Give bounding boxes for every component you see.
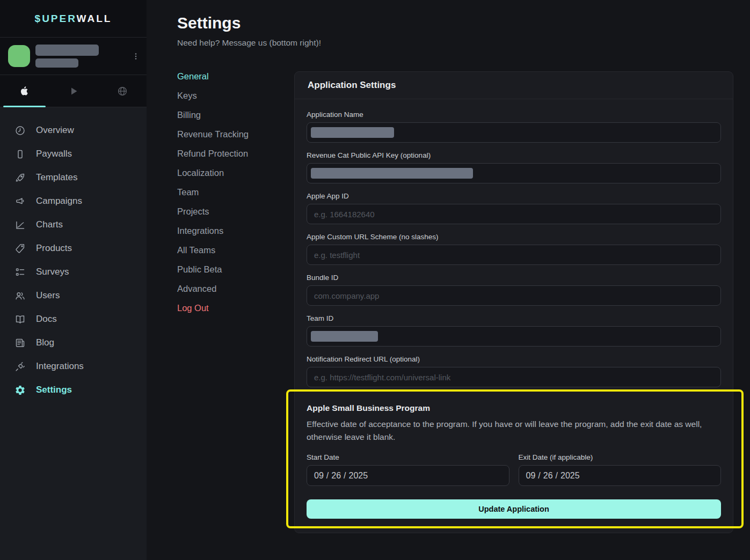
sidebar-item-surveys[interactable]: Surveys [0, 260, 147, 284]
users-icon [14, 290, 26, 301]
redacted-value [311, 127, 394, 138]
settings-subnav: General Keys Billing Revenue Tracking Re… [177, 71, 294, 322]
subnav-item-all-teams[interactable]: All Teams [177, 245, 294, 264]
field-label: Apple App ID [307, 192, 721, 200]
sidebar-item-label: Paywalls [36, 149, 72, 159]
sidebar-item-blog[interactable]: Blog [0, 331, 147, 355]
section-description: Effective date of acceptance to the prog… [307, 418, 721, 444]
sidebar-item-products[interactable]: Products [0, 237, 147, 260]
logo-prefix: $UPER [35, 13, 77, 24]
subnav-item-keys[interactable]: Keys [177, 91, 294, 110]
subnav-item-integrations[interactable]: Integrations [177, 226, 294, 245]
sidebar-item-settings[interactable]: Settings [0, 378, 147, 402]
apple-small-business-program-section: Apple Small Business Program Effective d… [307, 403, 721, 519]
tab-android[interactable] [49, 75, 98, 107]
card-title: Application Settings [295, 72, 733, 99]
avatar[interactable] [8, 45, 30, 67]
subnav-item-localization[interactable]: Localization [177, 168, 294, 187]
field-label: Exit Date (if applicable) [519, 453, 722, 461]
superwall-logo[interactable]: $UPERWALL [35, 13, 112, 25]
sidebar-item-users[interactable]: Users [0, 284, 147, 307]
redacted-value [311, 168, 473, 179]
sidebar-item-docs[interactable]: Docs [0, 307, 147, 331]
book-icon [14, 314, 26, 325]
gear-icon [14, 385, 26, 396]
sidebar-item-label: Blog [36, 337, 54, 348]
sidebar-item-charts[interactable]: Charts [0, 213, 147, 237]
rocket-icon [14, 172, 26, 183]
application-settings-card: Application Settings Application Name Re… [294, 71, 733, 533]
tab-apple[interactable] [0, 75, 49, 107]
start-date-input[interactable]: 09/26/2025 [307, 465, 509, 486]
clock-icon [14, 125, 26, 136]
sidebar-item-campaigns[interactable]: Campaigns [0, 189, 147, 213]
application-name-input[interactable] [307, 122, 721, 143]
exit-date-value: 09/26/2025 [526, 471, 580, 481]
subnav-item-refund-protection[interactable]: Refund Protection [177, 149, 294, 168]
checklist-icon [14, 267, 26, 278]
play-icon [67, 85, 80, 98]
field-team-id: Team ID [307, 314, 721, 347]
sidebar-item-label: Surveys [36, 267, 69, 277]
sidebar-item-label: Users [36, 290, 60, 301]
field-exit-date: Exit Date (if applicable) 09/26/2025 [519, 453, 722, 486]
bundle-id-input[interactable]: com.company.app [307, 285, 721, 306]
field-label: Application Name [307, 110, 721, 119]
field-start-date: Start Date 09/26/2025 [307, 453, 509, 486]
sidebar-item-label: Settings [36, 385, 72, 395]
field-label: Bundle ID [307, 274, 721, 282]
field-revenuecat-api-key: Revenue Cat Public API Key (optional) [307, 151, 721, 183]
tag-icon [14, 243, 26, 254]
apple-app-id-input[interactable]: e.g. 1664182640 [307, 204, 721, 224]
subnav-item-projects[interactable]: Projects [177, 207, 294, 226]
update-application-button[interactable]: Update Application [307, 499, 721, 519]
apple-icon [18, 85, 31, 97]
subnav-item-revenue-tracking[interactable]: Revenue Tracking [177, 129, 294, 149]
subnav-item-general[interactable]: General [177, 71, 294, 91]
account-name-redacted [35, 45, 99, 68]
field-notification-redirect-url: Notification Redirect URL (optional) e.g… [307, 355, 721, 387]
sidebar-item-templates[interactable]: Templates [0, 166, 147, 189]
exit-date-input[interactable]: 09/26/2025 [519, 465, 722, 486]
tab-web[interactable] [98, 75, 147, 107]
sidebar-item-label: Templates [36, 172, 77, 183]
platform-tabs [0, 75, 147, 107]
field-label: Apple Custom URL Scheme (no slashes) [307, 233, 721, 241]
redacted-bar [35, 45, 99, 56]
plug-icon [14, 361, 26, 372]
subnav-item-log-out[interactable]: Log Out [177, 303, 294, 322]
field-label: Revenue Cat Public API Key (optional) [307, 151, 721, 159]
logo-suffix: WALL [77, 13, 112, 24]
subnav-item-billing[interactable]: Billing [177, 110, 294, 129]
section-title: Apple Small Business Program [307, 403, 721, 413]
revenuecat-api-key-input[interactable] [307, 163, 721, 183]
redacted-bar [35, 58, 78, 68]
chart-icon [14, 219, 26, 231]
input-placeholder: e.g. testflight [314, 250, 360, 260]
field-apple-custom-url-scheme: Apple Custom URL Scheme (no slashes) e.g… [307, 233, 721, 265]
sidebar-item-label: Integrations [36, 361, 84, 372]
sidebar-item-paywalls[interactable]: Paywalls [0, 142, 147, 166]
sidebar: $UPERWALL [0, 0, 147, 560]
main-content: Settings Need help? Message us (bottom r… [147, 0, 750, 560]
subnav-item-team[interactable]: Team [177, 187, 294, 207]
notification-redirect-url-input[interactable]: e.g. https://testflight.com/universal-li… [307, 367, 721, 387]
account-row[interactable] [0, 38, 147, 75]
team-id-input[interactable] [307, 326, 721, 347]
kebab-menu-icon[interactable] [131, 51, 141, 61]
start-date-value: 09/26/2025 [314, 471, 368, 481]
apple-custom-url-scheme-input[interactable]: e.g. testflight [307, 245, 721, 265]
field-label: Notification Redirect URL (optional) [307, 355, 721, 363]
sidebar-item-overview[interactable]: Overview [0, 119, 147, 142]
redacted-value [311, 331, 378, 342]
subnav-item-advanced[interactable]: Advanced [177, 284, 294, 303]
sidebar-item-label: Charts [36, 219, 63, 230]
field-label: Start Date [307, 453, 509, 461]
page-title: Settings [177, 14, 750, 32]
sidebar-item-integrations[interactable]: Integrations [0, 355, 147, 378]
field-application-name: Application Name [307, 110, 721, 143]
input-placeholder: e.g. 1664182640 [314, 210, 375, 219]
sidebar-item-label: Overview [36, 125, 74, 136]
subnav-item-public-beta[interactable]: Public Beta [177, 264, 294, 284]
sidebar-item-label: Products [36, 243, 72, 254]
